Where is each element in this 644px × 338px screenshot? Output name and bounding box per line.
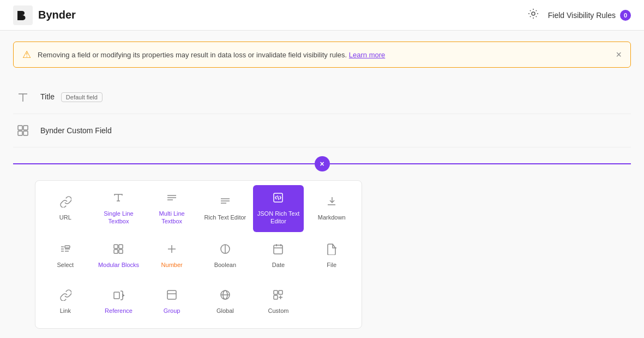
picker-grid: URL Single Line Textbox [40,185,357,324]
divider-line-left [13,163,315,164]
title-field-icon [13,87,33,107]
warning-close-button[interactable]: × [616,49,622,61]
picker-label-global: Global [216,307,234,315]
picker-item-file[interactable]: File [306,234,357,278]
svg-rect-21 [65,246,70,248]
picker-label-link: Link [60,307,71,315]
divider-line-right [330,163,631,164]
svg-rect-4 [18,126,22,130]
picker-item-date[interactable]: Date [253,234,304,278]
picker-label-number: Number [161,261,183,269]
date-icon [272,243,284,257]
picker-item-json-rich-text[interactable]: JSON Rich Text Editor [253,185,304,232]
bynder-logo-icon [13,5,33,25]
picker-item-select[interactable]: Select [40,234,91,278]
picker-label-date: Date [272,261,285,269]
richtext-icon [219,195,231,209]
text-a-icon [112,192,124,205]
picker-label-rich-text: Rich Text Editor [204,214,246,221]
field-type-picker: URL Single Line Textbox [35,180,362,329]
default-field-badge: Default field [61,92,103,102]
grid-icon [112,243,124,257]
select-icon [59,243,71,257]
custom2-icon [272,289,284,303]
json-icon [272,192,284,205]
title-field-label: Title Default field [40,92,103,102]
add-field-divider: × [13,156,631,171]
svg-rect-24 [114,245,118,248]
picker-item-rich-text[interactable]: Rich Text Editor [200,185,251,232]
svg-rect-26 [114,250,118,253]
picker-item-multi-line[interactable]: Multi Line Textbox [146,185,197,232]
brand-name: Bynder [38,9,76,21]
picker-label-file: File [327,261,336,269]
svg-rect-27 [119,250,123,253]
picker-label-reference: Reference [105,307,133,315]
close-picker-button[interactable]: × [315,156,330,171]
picker-item-custom[interactable]: Custom [253,280,304,324]
picker-label-boolean: Boolean [214,261,236,269]
file-icon [326,243,338,257]
header-right: Field Visibility Rules 0 [527,8,631,22]
svg-rect-32 [274,245,282,254]
picker-label-markdown: Markdown [318,214,346,221]
svg-point-1 [532,12,535,15]
field-visibility-rules-button[interactable]: Field Visibility Rules 0 [548,10,631,21]
custom-field-icon [13,121,33,140]
svg-rect-39 [167,290,176,299]
header-left: Bynder [13,5,76,25]
field-row-custom: Bynder Custom Field [13,114,631,147]
picker-item-link[interactable]: Link [40,280,91,324]
lines-icon [166,192,178,205]
svg-rect-0 [13,5,33,25]
global-icon [219,289,231,303]
svg-rect-36 [114,292,119,299]
picker-item-url[interactable]: URL [40,185,91,232]
svg-rect-44 [274,290,278,294]
number-icon [166,243,178,257]
settings-icon[interactable] [527,8,539,22]
picker-label-custom: Custom [268,307,289,315]
svg-rect-25 [119,245,123,248]
picker-label-group: Group [164,307,180,315]
link2-icon [59,289,71,303]
picker-item-number[interactable]: Number [146,234,197,278]
picker-item-modular-blocks[interactable]: Modular Blocks [93,234,145,278]
learn-more-link[interactable]: Learn more [349,51,385,59]
picker-label-single-line: Single Line Textbox [97,210,141,226]
boolean-icon [219,243,231,257]
main-content: ⚠ Removing a field or modifying its prop… [0,31,644,338]
picker-label-json-rich-text: JSON Rich Text Editor [256,210,301,226]
picker-item-global[interactable]: Global [200,280,251,324]
svg-rect-46 [274,295,278,299]
picker-label-modular-blocks: Modular Blocks [98,261,139,269]
picker-label-select: Select [57,261,74,269]
picker-item-boolean[interactable]: Boolean [200,234,251,278]
download-icon [326,195,338,209]
group-icon [166,289,178,303]
svg-rect-6 [18,131,22,135]
picker-item-group[interactable]: Group [146,280,197,324]
picker-label-url: URL [59,214,71,221]
svg-rect-45 [279,290,282,294]
svg-rect-5 [23,126,28,130]
field-visibility-rules-badge: 0 [620,10,631,21]
picker-label-multi-line: Multi Line Textbox [149,210,194,226]
svg-rect-7 [23,131,28,135]
svg-line-17 [278,195,279,200]
field-visibility-rules-label: Field Visibility Rules [548,11,616,20]
reference-icon [112,289,124,303]
warning-text: Removing a field or modifying its proper… [38,51,609,59]
picker-item-markdown[interactable]: Markdown [306,185,357,232]
link-icon [59,195,71,209]
warning-icon: ⚠ [22,49,31,61]
custom-field-label: Bynder Custom Field [40,126,112,135]
picker-item-single-line[interactable]: Single Line Textbox [93,185,145,232]
warning-banner: ⚠ Removing a field or modifying its prop… [13,41,631,68]
field-row-title: Title Default field [13,81,631,114]
app-header: Bynder Field Visibility Rules 0 [0,0,644,31]
picker-item-reference[interactable]: Reference [93,280,145,324]
